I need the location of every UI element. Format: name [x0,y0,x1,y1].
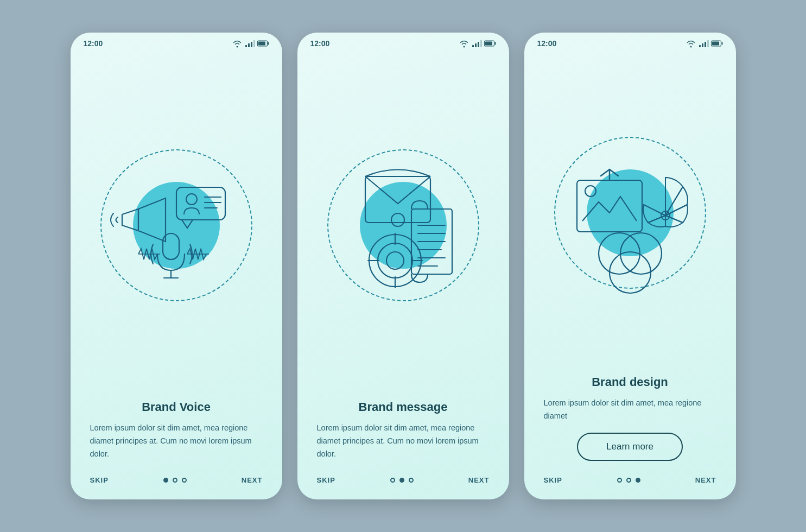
svg-marker-7 [122,209,138,231]
battery-icon-2 [484,40,496,47]
illustration-area-1 [71,50,282,400]
svg-rect-27 [365,176,430,223]
signal-icon-3 [699,40,708,47]
dot-3-3 [636,478,640,483]
phone-card-brand-design: 12:00 [524,33,736,499]
card-title-2: Brand message [317,400,490,414]
svg-point-56 [610,252,651,293]
svg-marker-8 [138,198,166,242]
icon-layer-2 [327,149,479,301]
svg-rect-1 [248,43,250,47]
screens-container: 12:00 [71,33,736,499]
svg-rect-3 [253,40,255,47]
svg-point-11 [186,194,197,205]
battery-icon-3 [711,40,723,47]
svg-rect-44 [702,43,703,47]
text-area-3: Brand design Lorem ipsum dolor sit dim a… [524,375,736,466]
card-body-2: Lorem ipsum dolor sit dim amet, mea regi… [317,422,490,461]
svg-rect-46 [707,40,709,47]
next-label-1[interactable]: NEXT [242,476,263,484]
svg-point-37 [386,252,404,269]
battery-icon [257,40,269,47]
card-body-3: Lorem ipsum dolor sit dim amet, mea regi… [544,397,716,423]
svg-point-51 [585,186,596,197]
svg-rect-43 [699,45,701,47]
status-time-2: 12:00 [310,39,330,48]
phone-card-brand-voice: 12:00 [71,33,282,499]
dot-1-3 [182,478,187,483]
icon-layer-3 [554,137,706,289]
signal-icon [245,40,255,47]
phone-card-brand-message: 12:00 [297,33,509,499]
svg-rect-21 [475,43,477,47]
illustration-area-3 [524,50,736,375]
card-body-1: Lorem ipsum dolor sit dim amet, mea regi… [90,422,263,461]
dot-1-1 [163,478,168,483]
svg-rect-23 [480,40,482,47]
status-time-1: 12:00 [84,39,103,48]
svg-rect-49 [712,42,719,46]
illustration-area-2 [297,50,509,400]
svg-rect-6 [258,42,265,46]
status-bar-3: 12:00 [524,33,736,50]
svg-rect-5 [268,42,269,45]
svg-rect-22 [478,42,479,47]
bottom-nav-2: SKIP NEXT [297,466,509,499]
dot-2-1 [390,478,395,483]
svg-point-55 [620,233,662,274]
dots-2 [390,478,414,483]
status-icons-1 [232,40,269,47]
svg-marker-10 [182,220,193,228]
wifi-icon [232,40,242,47]
status-bar-1: 12:00 [71,33,282,50]
dots-1 [163,478,187,483]
svg-point-54 [599,233,640,274]
skip-label-2[interactable]: SKIP [317,476,335,484]
next-label-2[interactable]: NEXT [468,476,490,484]
svg-rect-48 [721,42,722,45]
svg-rect-45 [705,42,706,47]
icon-layer-1 [100,149,252,301]
wifi-icon-2 [459,40,469,47]
status-time-3: 12:00 [537,39,557,48]
card-title-1: Brand Voice [90,400,263,414]
bottom-nav-1: SKIP NEXT [71,466,282,499]
dot-2-2 [399,478,404,483]
skip-label-1[interactable]: SKIP [90,476,109,484]
dots-3 [617,478,640,483]
svg-point-42 [391,213,404,226]
svg-rect-9 [176,187,225,220]
dot-2-3 [409,478,414,483]
text-area-2: Brand message Lorem ipsum dolor sit dim … [297,400,509,466]
signal-icon-2 [472,40,481,47]
wifi-icon-3 [686,40,696,47]
status-icons-3 [686,40,723,47]
learn-more-button[interactable]: Learn more [577,433,683,461]
status-icons-2 [459,40,496,47]
status-bar-2: 12:00 [297,33,509,50]
svg-rect-0 [245,45,247,47]
dot-3-2 [626,478,631,483]
svg-rect-20 [472,45,474,47]
svg-rect-2 [251,42,252,47]
svg-point-36 [378,243,412,278]
next-label-3[interactable]: NEXT [695,476,716,484]
dot-1-2 [173,478,177,483]
svg-rect-25 [494,42,496,45]
bottom-nav-3: SKIP NEXT [524,466,736,499]
text-area-1: Brand Voice Lorem ipsum dolor sit dim am… [71,400,282,466]
skip-label-3[interactable]: SKIP [544,476,562,484]
svg-rect-26 [485,42,492,46]
dot-3-1 [617,478,622,483]
card-title-3: Brand design [544,375,716,389]
